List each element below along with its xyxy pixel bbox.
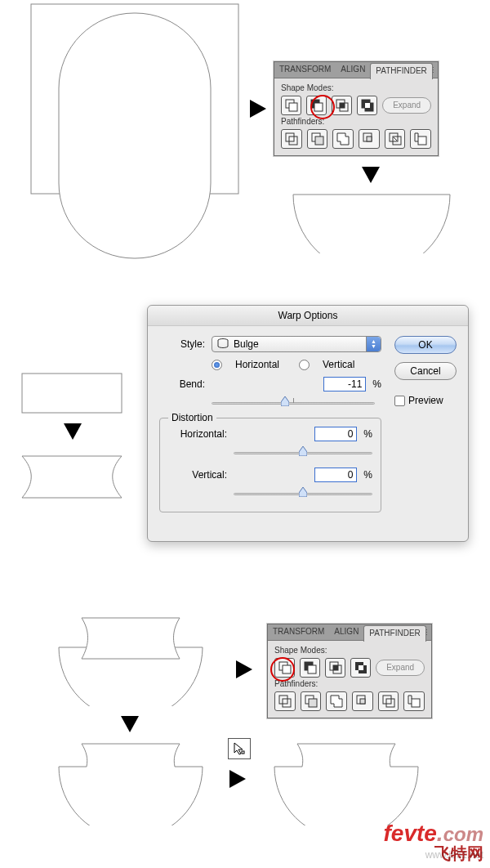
dist-h-slider[interactable] — [234, 448, 372, 459]
orientation-horizontal-label: Horizontal — [235, 359, 279, 370]
dist-h-label: Horizontal: — [168, 428, 227, 440]
exclude-button[interactable] — [357, 96, 377, 115]
arrow-down-icon — [64, 423, 82, 440]
crop-button[interactable] — [352, 691, 373, 711]
divide-button[interactable] — [281, 129, 302, 149]
select-arrows-icon: ▲▼ — [366, 337, 381, 351]
svg-rect-36 — [283, 699, 291, 707]
arrow-down-icon — [121, 716, 139, 732]
preview-label: Preview — [408, 395, 443, 406]
tab-transform[interactable]: TRANSFORM — [268, 624, 329, 640]
svg-rect-42 — [386, 699, 394, 707]
overlap-source-shapes-2 — [57, 616, 204, 706]
orientation-vertical-radio[interactable] — [299, 360, 310, 370]
arrow-down-icon — [362, 167, 380, 183]
warped-rectangle-shape — [21, 455, 122, 499]
bend-input[interactable]: -11 — [323, 377, 366, 391]
watermark-faint: www.jb51.net — [425, 850, 483, 860]
expand-button[interactable]: Expand — [382, 97, 431, 114]
expand-button[interactable]: Expand — [376, 660, 425, 676]
orientation-vertical-label: Vertical — [323, 359, 354, 370]
pathfinders-label: Pathfinders: — [274, 679, 425, 688]
unite-result-shape — [57, 742, 204, 825]
svg-rect-8 — [340, 103, 345, 108]
bend-unit: % — [372, 378, 381, 390]
merge-button[interactable] — [332, 129, 354, 149]
intersect-button[interactable] — [332, 96, 352, 115]
pathfinder-panel: TRANSFORM ALIGN PATHFINDER Shape Modes: … — [267, 624, 432, 718]
minus-front-button[interactable] — [306, 96, 327, 115]
unite-button[interactable] — [274, 658, 295, 678]
shape-modes-label: Shape Modes: — [281, 83, 431, 92]
trim-button[interactable] — [301, 691, 322, 711]
distortion-group: Distortion Horizontal: 0 % Vertical: 0 % — [159, 418, 381, 512]
exclude-button[interactable] — [350, 658, 371, 678]
svg-rect-1 — [59, 13, 211, 258]
orientation-horizontal-radio[interactable] — [212, 360, 222, 370]
direct-selection-tool-icon — [228, 738, 251, 759]
preview-checkbox[interactable] — [394, 396, 405, 406]
svg-rect-28 — [308, 665, 316, 673]
tab-transform[interactable]: TRANSFORM — [274, 62, 336, 78]
svg-rect-45 — [242, 751, 244, 754]
minus-front-result-shape — [292, 193, 452, 253]
pathfinder-panel: TRANSFORM ALIGN PATHFINDER Shape Modes: … — [274, 61, 439, 156]
style-select[interactable]: Bulge ▲▼ — [212, 336, 381, 352]
panel-menu-icon[interactable] — [426, 624, 431, 640]
svg-rect-40 — [360, 699, 365, 704]
minus-back-button[interactable] — [410, 129, 431, 149]
style-label: Style: — [159, 338, 205, 350]
style-value: Bulge — [234, 338, 259, 350]
cancel-button[interactable]: Cancel — [394, 362, 457, 380]
outline-button[interactable] — [385, 129, 406, 149]
shapes-overlap-source — [29, 2, 241, 263]
svg-rect-17 — [367, 136, 372, 141]
distortion-legend: Distortion — [168, 412, 216, 423]
svg-rect-34 — [359, 665, 363, 670]
svg-rect-15 — [315, 136, 323, 145]
dist-v-label: Vertical: — [168, 469, 227, 481]
watermark-sub: 飞特网 — [383, 845, 483, 861]
panel-tabs: TRANSFORM ALIGN PATHFINDER — [268, 624, 431, 641]
shape-modes-label: Shape Modes: — [274, 646, 425, 655]
svg-marker-24 — [299, 487, 307, 497]
tab-pathfinder[interactable]: PATHFINDER — [370, 63, 432, 79]
arrow-right-icon — [236, 660, 252, 678]
svg-rect-41 — [383, 696, 391, 704]
final-result-shape — [273, 742, 420, 825]
intersect-button[interactable] — [325, 658, 345, 678]
warp-options-dialog: Warp Options Style: Bulge ▲▼ Horizontal … — [147, 305, 469, 542]
svg-rect-20 — [418, 136, 426, 145]
panel-menu-icon[interactable] — [433, 62, 438, 78]
pathfinders-label: Pathfinders: — [281, 117, 431, 126]
dist-v-slider[interactable] — [234, 489, 372, 500]
divide-button[interactable] — [274, 691, 296, 711]
bend-slider[interactable] — [212, 398, 375, 409]
svg-marker-23 — [299, 446, 307, 456]
trim-button[interactable] — [307, 129, 328, 149]
tab-pathfinder[interactable]: PATHFINDER — [363, 625, 425, 642]
merge-button[interactable] — [326, 691, 347, 711]
unite-button[interactable] — [281, 96, 301, 115]
dist-h-unit: % — [363, 428, 372, 440]
svg-marker-22 — [281, 396, 289, 406]
minus-back-button[interactable] — [403, 691, 425, 711]
tab-align[interactable]: ALIGN — [336, 62, 370, 78]
rectangle-source-shape — [21, 373, 122, 414]
svg-rect-31 — [333, 665, 338, 670]
svg-rect-13 — [289, 136, 297, 145]
minus-front-button[interactable] — [300, 658, 320, 678]
dist-v-input[interactable]: 0 — [314, 468, 357, 482]
crop-button[interactable] — [359, 129, 380, 149]
svg-rect-11 — [365, 103, 370, 108]
bulge-icon — [217, 338, 229, 351]
watermark: fevte.com 飞特网 www.jb51.net — [383, 822, 483, 861]
tab-align[interactable]: ALIGN — [329, 624, 363, 640]
dist-h-input[interactable]: 0 — [314, 427, 357, 441]
svg-rect-5 — [314, 103, 323, 111]
svg-rect-35 — [279, 696, 287, 704]
dist-v-unit: % — [363, 469, 372, 481]
outline-button[interactable] — [378, 691, 399, 711]
svg-rect-12 — [286, 133, 294, 141]
ok-button[interactable]: OK — [394, 336, 457, 354]
